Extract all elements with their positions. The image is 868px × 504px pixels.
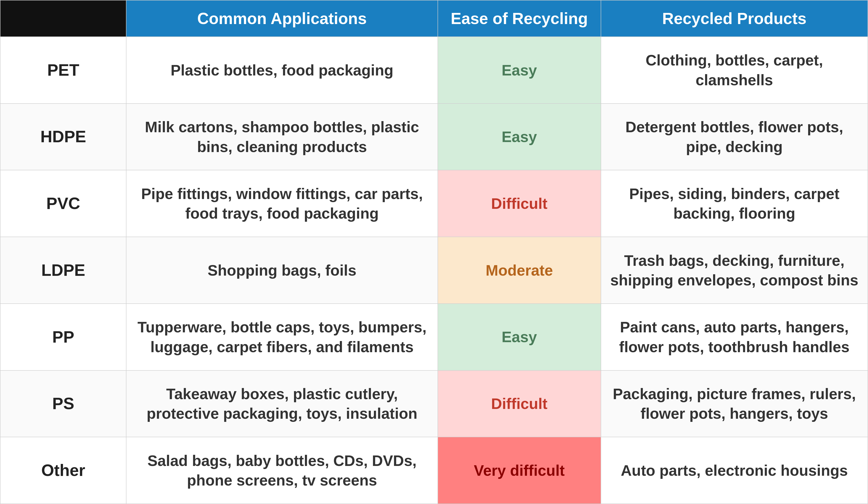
ease-cell: Very difficult	[438, 437, 601, 504]
type-cell: PVC	[0, 170, 126, 237]
applications-cell: Tupperware, bottle caps, toys, bumpers, …	[126, 304, 437, 370]
table-row: PSTakeaway boxes, plastic cutlery, prote…	[0, 370, 868, 437]
table-row: LDPEShopping bags, foilsModerateTrash ba…	[0, 237, 868, 304]
ease-cell: Difficult	[438, 370, 601, 437]
ease-cell: Easy	[438, 37, 601, 103]
applications-cell: Plastic bottles, food packaging	[126, 37, 437, 103]
type-cell: PET	[0, 37, 126, 103]
products-cell: Auto parts, electronic housings	[601, 437, 868, 504]
table-row: OtherSalad bags, baby bottles, CDs, DVDs…	[0, 437, 868, 504]
applications-cell: Shopping bags, foils	[126, 237, 437, 304]
ease-cell: Moderate	[438, 237, 601, 304]
ease-cell: Easy	[438, 103, 601, 170]
type-cell: PP	[0, 304, 126, 370]
header-products: Recycled Products	[601, 0, 868, 37]
products-cell: Pipes, siding, binders, carpet backing, …	[601, 170, 868, 237]
products-cell: Paint cans, auto parts, hangers, flower …	[601, 304, 868, 370]
table-row: PVCPipe fittings, window fittings, car p…	[0, 170, 868, 237]
header-applications: Common Applications	[126, 0, 437, 37]
table-row: HDPEMilk cartons, shampoo bottles, plast…	[0, 103, 868, 170]
table-row: PPTupperware, bottle caps, toys, bumpers…	[0, 304, 868, 370]
type-cell: Other	[0, 437, 126, 504]
applications-cell: Pipe fittings, window fittings, car part…	[126, 170, 437, 237]
products-cell: Detergent bottles, flower pots, pipe, de…	[601, 103, 868, 170]
applications-cell: Milk cartons, shampoo bottles, plastic b…	[126, 103, 437, 170]
ease-cell: Difficult	[438, 170, 601, 237]
main-table-wrapper: Common Applications Ease of Recycling Re…	[0, 0, 868, 504]
type-cell: HDPE	[0, 103, 126, 170]
ease-cell: Easy	[438, 304, 601, 370]
applications-cell: Salad bags, baby bottles, CDs, DVDs, pho…	[126, 437, 437, 504]
header-row: Common Applications Ease of Recycling Re…	[0, 0, 868, 37]
table-row: PETPlastic bottles, food packagingEasyCl…	[0, 37, 868, 103]
header-type	[0, 0, 126, 37]
header-ease: Ease of Recycling	[438, 0, 601, 37]
products-cell: Packaging, picture frames, rulers, flowe…	[601, 370, 868, 437]
applications-cell: Takeaway boxes, plastic cutlery, protect…	[126, 370, 437, 437]
recycling-table: Common Applications Ease of Recycling Re…	[0, 0, 868, 504]
type-cell: PS	[0, 370, 126, 437]
type-cell: LDPE	[0, 237, 126, 304]
products-cell: Trash bags, decking, furniture, shipping…	[601, 237, 868, 304]
products-cell: Clothing, bottles, carpet, clamshells	[601, 37, 868, 103]
